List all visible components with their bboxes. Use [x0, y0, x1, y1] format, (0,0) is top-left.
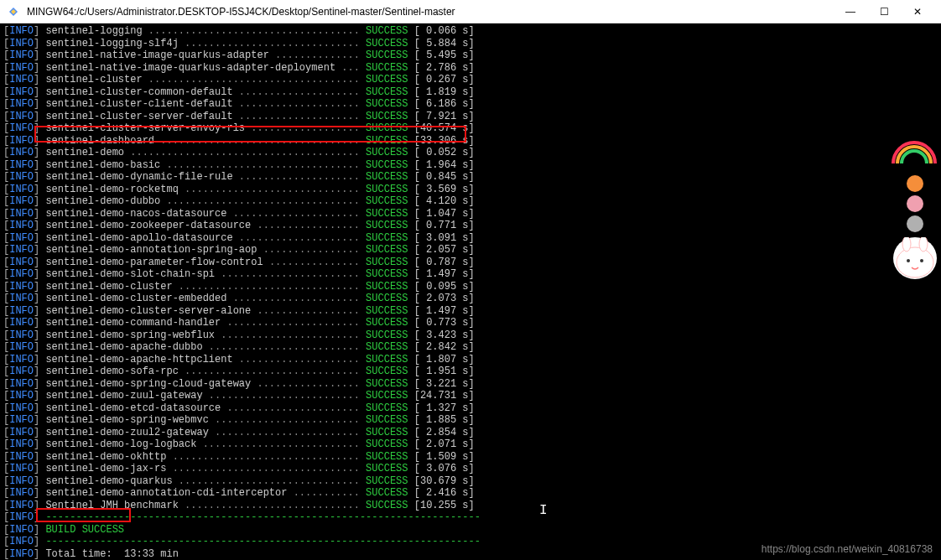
window-titlebar: MINGW64:/c/Users/Administrator.DESKTOP-I… [0, 0, 941, 23]
log-line: [INFO] sentinel-demo-spring-webmvc .....… [3, 414, 938, 427]
log-line: [INFO] sentinel-demo-slot-chain-spi ....… [3, 268, 938, 281]
log-line: [INFO] sentinel-demo-log-logback .......… [3, 438, 938, 451]
log-line: [INFO] sentinel-demo-apache-dubbo ......… [3, 341, 938, 354]
log-line: [INFO] sentinel-demo ...................… [3, 147, 938, 159]
log-line: [INFO] sentinel-demo-etcd-datasource ...… [3, 402, 938, 415]
svg-point-6 [919, 237, 928, 251]
log-line: [INFO] sentinel-demo-zookeeper-datasourc… [3, 220, 938, 232]
log-line: [INFO] sentinel-demo-spring-webflux ....… [3, 329, 938, 342]
app-icon [7, 5, 20, 18]
log-line: [INFO] sentinel-demo-quarkus ...........… [3, 475, 938, 488]
svg-point-5 [902, 237, 911, 251]
widget-dot-2[interactable] [907, 195, 923, 212]
log-line: [INFO] sentinel-native-image-quarkus-ada… [3, 62, 938, 75]
minimize-button[interactable]: — [834, 0, 867, 23]
close-button[interactable]: ✕ [901, 0, 934, 23]
log-line: [INFO] sentinel-demo-dynamic-file-rule .… [3, 171, 938, 184]
log-line: [INFO] sentinel-dashboard ..............… [3, 135, 938, 148]
svg-point-4 [920, 259, 923, 262]
log-line: [INFO] sentinel-demo-zuul-gateway ......… [3, 390, 938, 402]
log-line: [INFO] sentinel-demo-okhttp ............… [3, 451, 938, 464]
log-line: [INFO] sentinel-demo-zuul2-gateway .....… [3, 427, 938, 439]
log-line: [INFO] Sentinel JMH benchmark ..........… [3, 500, 938, 512]
window-title: MINGW64:/c/Users/Administrator.DESKTOP-I… [27, 6, 834, 18]
text-cursor-icon: I [539, 503, 540, 516]
log-line: [INFO] sentinel-demo-annotation-cdi-inte… [3, 487, 938, 500]
log-line: [INFO] sentinel-demo-nacos-datasource ..… [3, 208, 938, 220]
log-line: [INFO] sentinel-cluster-common-default .… [3, 86, 938, 99]
mascot-icon[interactable] [893, 237, 937, 279]
log-line: [INFO] sentinel-cluster-server-envoy-rls… [3, 122, 938, 135]
log-line: [INFO] sentinel-cluster ................… [3, 74, 938, 86]
svg-point-3 [907, 259, 910, 262]
log-line: [INFO] sentinel-demo-annotation-spring-a… [3, 244, 938, 257]
log-line: [INFO] sentinel-demo-apollo-datasource .… [3, 232, 938, 245]
log-line: [INFO] sentinel-demo-spring-cloud-gatewa… [3, 378, 938, 391]
log-line: [INFO] sentinel-demo-basic .............… [3, 159, 938, 172]
rainbow-icon [889, 134, 939, 168]
log-line: [INFO] sentinel-logging-slf4j ..........… [3, 38, 938, 50]
log-line: [INFO] sentinel-demo-sofa-rpc ..........… [3, 366, 938, 378]
log-line: [INFO] sentinel-demo-cluster-embedded ..… [3, 293, 938, 305]
log-divider: [INFO] ---------------------------------… [3, 511, 938, 524]
log-line: [INFO] sentinel-demo-rocketmq ..........… [3, 184, 938, 196]
log-build-success: [INFO] BUILD SUCCESS [3, 524, 938, 537]
widget-dot-1[interactable] [907, 175, 923, 192]
log-line: [INFO] sentinel-demo-apache-httpclient .… [3, 354, 938, 366]
widget-dot-3[interactable] [907, 215, 923, 232]
log-line: [INFO] sentinel-native-image-quarkus-ada… [3, 49, 938, 62]
log-line: [INFO] sentinel-demo-cluster-server-alon… [3, 305, 938, 318]
log-line: [INFO] sentinel-demo-parameter-flow-cont… [3, 257, 938, 269]
log-line: [INFO] sentinel-demo-cluster ...........… [3, 281, 938, 293]
floating-assistant-widget[interactable] [889, 134, 941, 284]
log-line: [INFO] sentinel-demo-jax-rs ............… [3, 463, 938, 475]
svg-point-2 [897, 247, 933, 277]
log-line: [INFO] sentinel-cluster-server-default .… [3, 111, 938, 123]
log-line: [INFO] sentinel-demo-dubbo .............… [3, 195, 938, 208]
terminal-output[interactable]: [INFO] sentinel-logging ................… [0, 23, 941, 560]
log-line: [INFO] sentinel-cluster-client-default .… [3, 98, 938, 111]
maximize-button[interactable]: ☐ [867, 0, 901, 23]
watermark: https://blog.csdn.net/weixin_40816738 [762, 543, 933, 555]
log-line: [INFO] sentinel-demo-command-handler ...… [3, 317, 938, 329]
log-line: [INFO] sentinel-logging ................… [3, 25, 938, 38]
